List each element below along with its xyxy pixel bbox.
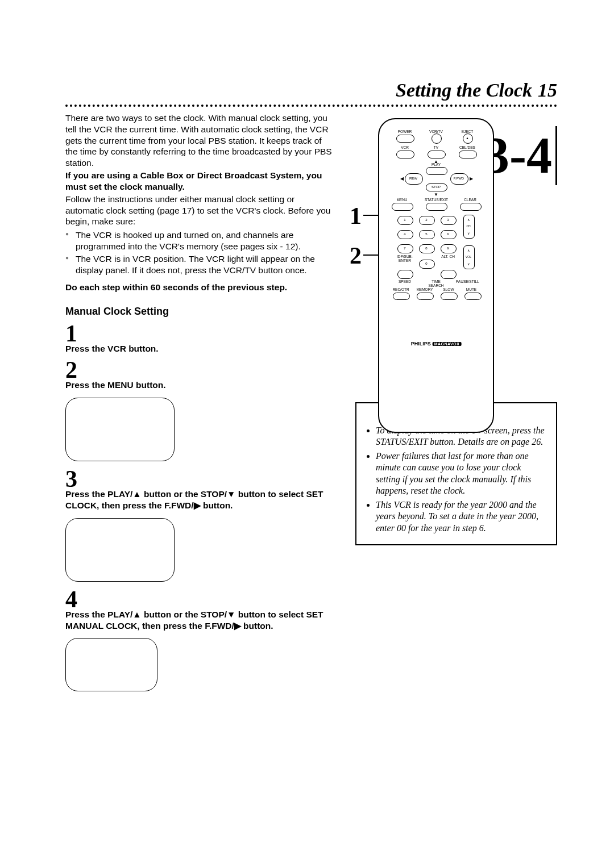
- step-text: Press the PLAY/▲ button or the STOP/▼ bu…: [65, 609, 333, 632]
- remote-label: VOL: [466, 255, 471, 258]
- chevron-right-icon: ▶: [470, 176, 473, 181]
- idp-button[interactable]: [397, 270, 413, 279]
- remote-label: EJECT: [456, 130, 479, 133]
- callout-1: 1: [350, 202, 362, 229]
- intro-bullet: The VCR is hooked up and turned on, and …: [65, 229, 333, 252]
- manual-heading: Manual Clock Setting: [65, 305, 333, 318]
- callout-line: [363, 215, 378, 216]
- menu-button[interactable]: [392, 203, 413, 211]
- remote-label: F.FWD: [454, 177, 464, 180]
- remote-label: PAUSE/STILL: [456, 279, 479, 283]
- step-number: 2: [65, 358, 333, 382]
- remote-label: REW: [409, 177, 417, 180]
- tv-button[interactable]: [428, 151, 446, 158]
- callout-num: 2: [350, 243, 362, 269]
- big-step-text: 3-4: [484, 130, 552, 181]
- bracket-line: [555, 126, 557, 185]
- remote-label: MEMORY: [413, 287, 436, 291]
- brand-magnavox: MAGNAVOX: [433, 342, 462, 346]
- vcrtv-button[interactable]: [432, 133, 442, 144]
- num-label: 9: [447, 247, 449, 250]
- remote-label: TV: [425, 145, 447, 149]
- remote-label: CLEAR: [459, 198, 482, 202]
- slow-button[interactable]: [441, 293, 458, 300]
- section-title: Setting the Clock: [396, 80, 532, 101]
- intro-p3: Follow the instructions under either man…: [65, 194, 333, 227]
- remote-control: POWER VCR/TV EJECT ▲ VCR TV CBL/DBS PLAY: [378, 118, 494, 433]
- remote-label: ALT. CH: [437, 254, 459, 258]
- num-label: 5: [425, 232, 427, 236]
- num-label: 4: [404, 232, 405, 236]
- num-label: 1: [404, 218, 405, 222]
- remote-label: IDP/SUB-ENTER: [391, 254, 419, 262]
- intro-p4-bold: Do each step within 60 seconds of the pr…: [65, 282, 333, 293]
- step-text: Press the PLAY/▲ button or the STOP/▼ bu…: [65, 489, 333, 511]
- remote-label: VCR/TV: [425, 130, 447, 133]
- step-text: Press the VCR button.: [65, 343, 333, 354]
- screen-placeholder: [65, 638, 157, 691]
- chevron-down-icon: ∨: [467, 262, 470, 266]
- chevron-left-icon: ◀: [400, 176, 404, 181]
- mute-button[interactable]: [464, 293, 482, 300]
- remote-label: SPEED: [393, 279, 416, 283]
- num-label: 3: [447, 218, 449, 222]
- left-column: There are two ways to set the clock. Wit…: [65, 112, 333, 697]
- altch-button[interactable]: [441, 270, 457, 279]
- remote-label: STATUS/EXIT: [425, 198, 447, 202]
- divider-dotted: [65, 105, 557, 107]
- page-number: 15: [538, 80, 557, 101]
- remote-label: STOP: [432, 185, 441, 189]
- intro-bullets: The VCR is hooked up and turned on, and …: [65, 229, 333, 276]
- step-number: 1: [65, 322, 333, 345]
- screen-placeholder: [65, 398, 175, 461]
- play-button[interactable]: [426, 167, 447, 175]
- hints-list: To display the time on the TV screen, pr…: [366, 425, 547, 534]
- title-row: Setting the Clock 15: [65, 80, 557, 101]
- remote-label: MUTE: [460, 287, 483, 291]
- num-label: 7: [404, 247, 405, 250]
- power-button[interactable]: [396, 135, 414, 143]
- num-label: 0: [425, 262, 427, 265]
- page: Setting the Clock 15 There are two ways …: [0, 0, 614, 868]
- num-label: 6: [447, 232, 449, 236]
- right-column: 3-4 1 2 POWER VCR/TV EJECT: [355, 112, 557, 697]
- step-number: 3: [65, 467, 333, 491]
- callout-2: 2: [350, 242, 362, 269]
- callout-num: 1: [350, 203, 362, 229]
- chevron-down-icon: ▼: [434, 192, 438, 197]
- intro-p2-bold: If you are using a Cable Box or Direct B…: [65, 170, 333, 193]
- screen-placeholder: [65, 518, 175, 582]
- rec-button[interactable]: [393, 293, 410, 300]
- remote-label: VCR: [393, 145, 416, 149]
- intro-block: There are two ways to set the clock. Wit…: [65, 112, 333, 293]
- remote-label: REC/OTR: [389, 287, 412, 291]
- chevron-down-icon: ∨: [467, 231, 470, 235]
- memory-button[interactable]: [417, 293, 434, 300]
- num-label: 2: [425, 218, 427, 222]
- remote-label: CBL/DBS: [456, 145, 479, 149]
- remote-label: MENU: [391, 198, 413, 202]
- vcr-button[interactable]: [396, 151, 414, 158]
- cbldbs-button[interactable]: [459, 151, 477, 158]
- remote-inner: POWER VCR/TV EJECT ▲ VCR TV CBL/DBS PLAY: [379, 119, 493, 432]
- step-number: 4: [65, 587, 333, 611]
- status-exit-button[interactable]: [426, 203, 447, 211]
- brand-philips: PHILIPS: [411, 341, 431, 347]
- callout-line: [363, 254, 378, 256]
- intro-p1: There are two ways to set the clock. Wit…: [65, 112, 333, 169]
- remote-label: POWER: [393, 130, 416, 133]
- remote-label: SLOW: [437, 287, 460, 291]
- clear-button[interactable]: [460, 203, 482, 211]
- hint-item: This VCR is ready for the year 2000 and …: [376, 499, 547, 534]
- columns: There are two ways to set the clock. Wit…: [65, 112, 557, 697]
- remote-label: TIME SEARCH: [425, 279, 447, 287]
- hint-item: Power failures that last for more than o…: [376, 450, 547, 497]
- remote-label: CH: [466, 224, 470, 228]
- num-label: 8: [425, 247, 427, 250]
- chevron-up-icon: ▲: [434, 159, 438, 164]
- brand-row: PHILIPSMAGNAVOX: [411, 341, 462, 347]
- intro-bullet: The VCR is in VCR position. The VCR ligh…: [65, 253, 333, 276]
- big-step-range: 3-4: [484, 126, 557, 185]
- chevron-up-icon: ∧: [467, 248, 470, 252]
- eject-icon: ▲: [466, 136, 469, 140]
